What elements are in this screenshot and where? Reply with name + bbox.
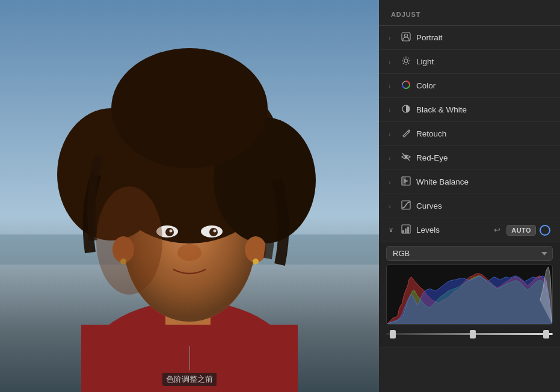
- svg-rect-44: [407, 227, 409, 233]
- levels-undo-button[interactable]: ↩: [491, 224, 503, 236]
- light-label: Light: [416, 57, 434, 66]
- adjust-item-levels[interactable]: ∨ Levels ↩ AUTO: [379, 218, 560, 242]
- levels-icon: [401, 224, 411, 236]
- chevron-icon: ›: [389, 130, 395, 138]
- annotation-text: 色阶调整之前: [162, 373, 217, 386]
- adjust-item-red-eye[interactable]: › Red-Eye: [379, 146, 560, 170]
- histogram-container: [386, 265, 553, 325]
- annotation-line: [189, 346, 190, 370]
- rgb-select[interactable]: RGB Red Green Blue: [386, 246, 553, 261]
- adjust-item-portrait[interactable]: › Portrait: [379, 26, 560, 50]
- adjust-list: › Portrait ›: [379, 26, 560, 392]
- svg-rect-43: [405, 228, 407, 233]
- light-icon: [401, 56, 411, 67]
- adjust-item-white-balance[interactable]: › White Balance: [379, 170, 560, 194]
- color-label: Color: [416, 81, 435, 90]
- svg-point-10: [111, 48, 268, 168]
- levels-slider-white[interactable]: [543, 330, 549, 338]
- levels-slider-mid[interactable]: [470, 330, 476, 338]
- svg-line-32: [408, 58, 409, 58]
- panel-title: ADJUST: [391, 11, 420, 18]
- svg-point-17: [170, 230, 173, 233]
- portrait-label: Portrait: [416, 33, 443, 42]
- svg-line-30: [403, 58, 404, 58]
- svg-point-24: [405, 34, 408, 37]
- svg-point-21: [253, 259, 259, 265]
- svg-line-37: [402, 153, 410, 161]
- adjust-item-color[interactable]: › Color: [379, 74, 560, 98]
- color-icon: [401, 80, 411, 91]
- chevron-icon: ›: [389, 203, 395, 210]
- curves-label: Curves: [416, 201, 442, 210]
- levels-auto-button[interactable]: AUTO: [506, 225, 536, 236]
- svg-point-16: [209, 228, 218, 236]
- adjust-item-retouch[interactable]: › Retouch: [379, 122, 560, 146]
- histogram-svg: [387, 265, 552, 324]
- panel-header: ADJUST: [379, 0, 560, 26]
- chevron-icon: ›: [389, 58, 395, 66]
- adjust-item-black-white[interactable]: › Black & White: [379, 98, 560, 122]
- levels-slider-track: [386, 333, 553, 335]
- svg-point-15: [165, 228, 174, 236]
- levels-label: Levels: [416, 225, 491, 234]
- chevron-icon: ›: [389, 34, 395, 41]
- curves-icon: [401, 200, 411, 212]
- white-balance-label: White Balance: [416, 177, 469, 186]
- levels-content: RGB Red Green Blue: [379, 242, 560, 348]
- svg-point-19: [177, 244, 202, 261]
- adjust-item-curves[interactable]: › Curves: [379, 194, 560, 218]
- levels-slider-track-container: [386, 333, 553, 341]
- red-eye-label: Red-Eye: [416, 153, 448, 162]
- svg-point-18: [214, 230, 217, 233]
- svg-point-22: [96, 186, 162, 295]
- chevron-icon: ›: [389, 82, 395, 90]
- adjust-item-light[interactable]: › Light: [379, 50, 560, 74]
- portrait-icon: [401, 32, 411, 43]
- levels-circle-button[interactable]: [540, 225, 550, 236]
- svg-rect-42: [402, 230, 404, 233]
- levels-slider-row: [379, 329, 560, 348]
- chevron-icon: ›: [389, 179, 395, 186]
- red-eye-icon: [401, 152, 411, 164]
- white-balance-icon: [401, 176, 411, 188]
- svg-line-31: [408, 63, 409, 64]
- levels-chevron-icon: ∨: [389, 226, 395, 234]
- annotation-area: 色阶调整之前: [0, 344, 379, 392]
- photo-image: [0, 0, 379, 392]
- svg-point-25: [404, 59, 408, 63]
- black-white-label: Black & White: [416, 105, 467, 114]
- photo-panel: 色阶调整之前: [0, 0, 379, 392]
- svg-line-33: [403, 63, 404, 64]
- levels-slider-black[interactable]: [390, 330, 396, 338]
- adjust-panel: ADJUST › Portrait ›: [379, 0, 560, 392]
- chevron-icon: ›: [389, 106, 395, 114]
- rgb-selector-row: RGB Red Green Blue: [379, 242, 560, 265]
- retouch-icon: [401, 128, 411, 139]
- chevron-icon: ›: [389, 155, 395, 162]
- retouch-label: Retouch: [416, 129, 446, 138]
- black-white-icon: [401, 104, 411, 115]
- levels-actions: ↩ AUTO: [491, 224, 550, 236]
